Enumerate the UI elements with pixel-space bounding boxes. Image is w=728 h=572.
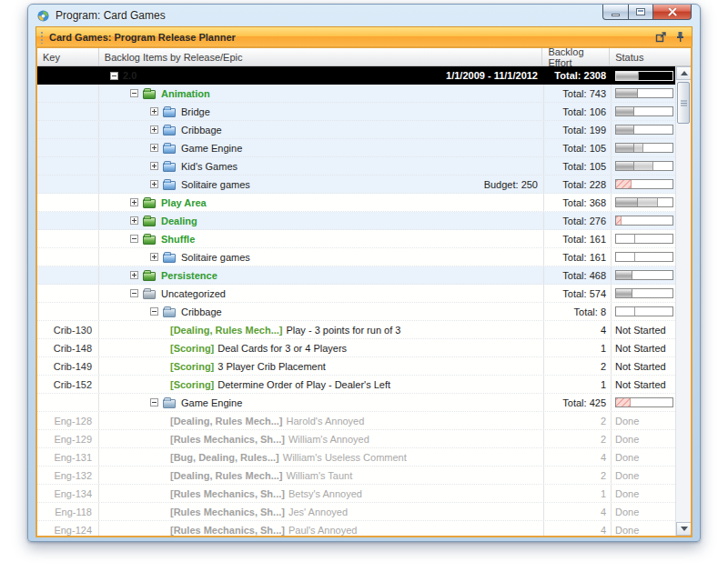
status-text: Done [615,488,639,499]
close-button[interactable] [653,5,692,20]
title-bar[interactable]: Program: Card Games [28,5,700,26]
tree-row[interactable]: DealingTotal: 276 [37,212,677,230]
collapse-icon[interactable] [130,289,138,297]
expand-icon[interactable] [150,144,158,152]
tree-row[interactable]: Crib-152[Scoring]Determine Order of Play… [37,376,677,394]
collapse-icon[interactable] [150,307,158,316]
row-key [37,121,99,138]
expand-icon[interactable] [150,107,158,115]
column-header-effort[interactable]: Backlog Effort [542,48,610,65]
expand-icon[interactable] [130,271,138,279]
status-cell: Not Started [612,376,677,393]
grip-handle-icon[interactable] [40,31,45,44]
tree-row[interactable]: Play AreaTotal: 368 [37,194,677,212]
tree-row[interactable]: Crib-148[Scoring]Deal Cards for 3 or 4 P… [37,339,677,357]
scroll-up-button[interactable] [676,66,691,80]
column-header-status[interactable]: Status [610,48,691,65]
bar-marker [634,235,635,243]
tree-row[interactable]: UncategorizedTotal: 574 [37,285,677,303]
tree-row[interactable]: Eng-128[Dealing, Rules Mech...]Harold's … [37,412,677,430]
status-text: Done [615,525,639,536]
expand-icon[interactable] [130,216,138,225]
tree-row[interactable]: BridgeTotal: 106 [37,103,677,121]
row-items-cell: Bridge [99,103,544,120]
row-label: Dealing [161,216,197,226]
pin-icon[interactable] [674,31,686,43]
tree-row[interactable]: Solitaire gamesTotal: 161 [37,248,677,266]
tree-row[interactable]: CribbageTotal: 8 [37,303,677,321]
tree-row[interactable]: Eng-131[Bug, Dealing, Rules...]William's… [37,448,677,467]
row-items-cell: Cribbage [99,121,544,138]
status-text: Not Started [615,379,666,390]
vertical-scrollbar[interactable] [675,66,691,536]
tree-row[interactable]: Eng-134[Rules Mechanics, Sh...]Betsy's A… [37,485,677,503]
tree-row[interactable]: Solitaire gamesBudget: 250Total: 228 [37,176,677,194]
row-key [37,285,99,302]
tag-label: [Dealing, Rules Mech...] [170,325,282,336]
row-items-cell: [Scoring]3 Player Crib Placement [99,357,544,375]
folder-blue-icon [163,181,176,190]
row-key [37,103,99,120]
collapse-icon[interactable] [110,72,118,80]
tag-label: [Scoring] [170,361,214,372]
bar-segment-mid [634,144,643,152]
effort-value: Total: 8 [544,303,612,320]
row-items-cell: Game Engine [99,394,544,411]
tree-row[interactable]: Game EngineTotal: 105 [37,139,677,157]
window-body: Card Games: Program Release Planner Key … [35,26,693,534]
column-header-items[interactable]: Backlog Items by Release/Epic [99,48,543,65]
minimize-button[interactable] [602,5,629,20]
rows-viewport: 2.01/1/2009 - 11/1/2012Total: 2308Animat… [37,66,691,536]
collapse-icon[interactable] [130,235,138,243]
bar-segment-gray [616,289,632,297]
status-cell [612,194,677,211]
status-cell [612,266,677,284]
tree-row[interactable]: ShuffleTotal: 161 [37,230,677,248]
effort-value: 4 [544,321,612,338]
tag-label: [Rules Mechanics, Sh...] [170,488,285,499]
effort-value: Total: 106 [544,103,612,120]
tree-row[interactable]: Crib-130[Dealing, Rules Mech...]Play - 3… [37,321,677,339]
tree-row[interactable]: Eng-132[Dealing, Rules Mech...]William's… [37,467,677,485]
tree-row[interactable]: Eng-118[Rules Mechanics, Sh...]Jes' Anno… [37,503,677,521]
triangle-up-icon [681,71,688,75]
tree-row[interactable]: Eng-129[Rules Mechanics, Sh...]William's… [37,430,677,448]
app-icon [36,9,50,23]
release-row[interactable]: 2.01/1/2009 - 11/1/2012Total: 2308 [37,66,677,85]
expand-icon[interactable] [150,180,158,188]
row-key [37,248,99,266]
tree-row[interactable]: Game EngineTotal: 425 [37,394,677,412]
scroll-down-button[interactable] [676,522,691,536]
tag-label: [Scoring] [170,343,214,354]
tree-row[interactable]: CribbageTotal: 199 [37,121,677,139]
column-header-key[interactable]: Key [37,48,99,65]
effort-value: 4 [544,503,612,520]
scrollbar-thumb[interactable] [677,82,690,124]
tree-row[interactable]: AnimationTotal: 743 [37,85,677,103]
collapse-icon[interactable] [150,398,158,406]
popout-icon[interactable] [655,31,667,43]
collapse-icon[interactable] [130,89,138,97]
grid-header: Key Backlog Items by Release/Epic Backlo… [37,48,691,66]
tree-row[interactable]: Eng-124[Rules Mechanics, Sh...]Paul's An… [37,521,677,536]
expand-icon[interactable] [130,198,138,206]
status-text: Not Started [615,361,666,372]
bar-segment-gray [616,144,634,152]
tree-row[interactable]: Crib-149[Scoring]3 Player Crib Placement… [37,357,677,376]
status-text: Done [615,470,639,481]
bar-segment-gray [616,162,634,170]
maximize-button[interactable] [629,5,653,20]
folder-gray-icon [143,290,156,299]
row-items-cell: Solitaire games [99,248,544,266]
tree-row[interactable]: PersistenceTotal: 468 [37,266,677,285]
folder-blue-icon [163,163,176,172]
bar-marker [634,253,635,261]
bar-segment-mid [634,162,652,170]
status-bar [615,216,673,226]
tag-label: [Bug, Dealing, Rules...] [170,452,279,463]
expand-icon[interactable] [150,253,158,261]
row-label: Game Engine [181,143,242,154]
expand-icon[interactable] [150,125,158,134]
tree-row[interactable]: Kid's GamesTotal: 105 [37,157,677,176]
expand-icon[interactable] [150,162,158,170]
